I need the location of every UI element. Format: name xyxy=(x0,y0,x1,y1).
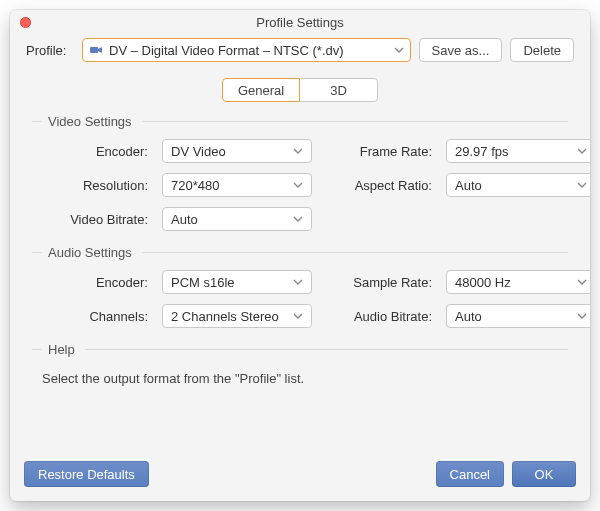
video-settings-group: Video Settings Encoder: DV Video Frame R… xyxy=(32,114,568,231)
content-area: Profile: DV – Digital Video Format – NTS… xyxy=(10,34,590,451)
sample-rate-label: Sample Rate: xyxy=(324,275,434,290)
footer: Restore Defaults Cancel OK xyxy=(10,451,590,501)
cancel-button[interactable]: Cancel xyxy=(436,461,504,487)
video-encoder-label: Encoder: xyxy=(40,144,150,159)
chevron-down-icon xyxy=(394,45,404,55)
resolution-select[interactable]: 720*480 xyxy=(162,173,312,197)
chevron-down-icon xyxy=(293,277,303,287)
audio-encoder-select[interactable]: PCM s16le xyxy=(162,270,312,294)
chevron-down-icon xyxy=(293,180,303,190)
help-text: Select the output format from the "Profi… xyxy=(32,367,568,386)
aspect-ratio-label: Aspect Ratio: xyxy=(324,178,434,193)
help-group: Help Select the output format from the "… xyxy=(32,342,568,386)
sample-rate-select[interactable]: 48000 Hz xyxy=(446,270,590,294)
chevron-down-icon xyxy=(577,311,587,321)
svg-rect-0 xyxy=(90,47,98,53)
profile-settings-window: Profile Settings Profile: DV – Digital V… xyxy=(10,10,590,501)
save-as-button[interactable]: Save as... xyxy=(419,38,503,62)
channels-select[interactable]: 2 Channels Stereo xyxy=(162,304,312,328)
chevron-down-icon xyxy=(293,146,303,156)
frame-rate-select[interactable]: 29.97 fps xyxy=(446,139,590,163)
chevron-down-icon xyxy=(577,146,587,156)
window-controls xyxy=(20,17,31,28)
audio-settings-header: Audio Settings xyxy=(32,245,568,260)
frame-rate-label: Frame Rate: xyxy=(324,144,434,159)
chevron-down-icon xyxy=(293,311,303,321)
channels-label: Channels: xyxy=(40,309,150,324)
tab-3d[interactable]: 3D xyxy=(300,78,378,102)
chevron-down-icon xyxy=(577,277,587,287)
tab-bar: General 3D xyxy=(26,78,574,102)
camera-icon xyxy=(89,44,103,56)
chevron-down-icon xyxy=(577,180,587,190)
help-header: Help xyxy=(32,342,568,357)
audio-bitrate-select[interactable]: Auto xyxy=(446,304,590,328)
profile-row: Profile: DV – Digital Video Format – NTS… xyxy=(26,38,574,62)
profile-combo[interactable]: DV – Digital Video Format – NTSC (*.dv) xyxy=(82,38,411,62)
profile-value: DV – Digital Video Format – NTSC (*.dv) xyxy=(109,43,344,58)
resolution-label: Resolution: xyxy=(40,178,150,193)
chevron-down-icon xyxy=(293,214,303,224)
ok-button[interactable]: OK xyxy=(512,461,576,487)
restore-defaults-button[interactable]: Restore Defaults xyxy=(24,461,149,487)
window-title: Profile Settings xyxy=(256,15,343,30)
video-encoder-select[interactable]: DV Video xyxy=(162,139,312,163)
video-bitrate-label: Video Bitrate: xyxy=(40,212,150,227)
profile-label: Profile: xyxy=(26,43,74,58)
video-settings-header: Video Settings xyxy=(32,114,568,129)
audio-bitrate-label: Audio Bitrate: xyxy=(324,309,434,324)
audio-encoder-label: Encoder: xyxy=(40,275,150,290)
delete-button[interactable]: Delete xyxy=(510,38,574,62)
audio-settings-group: Audio Settings Encoder: PCM s16le Sample… xyxy=(32,245,568,328)
aspect-ratio-select[interactable]: Auto xyxy=(446,173,590,197)
titlebar: Profile Settings xyxy=(10,10,590,34)
close-icon[interactable] xyxy=(20,17,31,28)
tab-general[interactable]: General xyxy=(222,78,300,102)
video-bitrate-select[interactable]: Auto xyxy=(162,207,312,231)
